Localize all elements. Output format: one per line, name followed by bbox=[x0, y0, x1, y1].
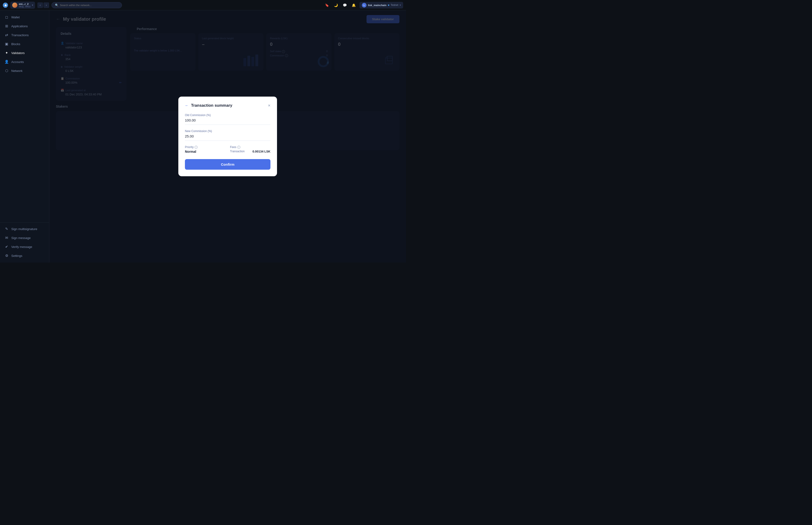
chat-icon[interactable]: 💬 bbox=[342, 2, 348, 9]
sidebar-item-applications[interactable]: ⊞ Applications bbox=[0, 21, 49, 31]
blocks-icon: ▣ bbox=[4, 42, 9, 46]
network-env: Testnet bbox=[391, 4, 398, 6]
transaction-fee-value: 0.00134 LSK bbox=[252, 150, 271, 153]
new-commission-value: 25.00 bbox=[185, 134, 271, 141]
sidebar-label-sign-message: Sign message bbox=[11, 236, 31, 240]
applications-icon: ⊞ bbox=[4, 24, 9, 28]
search-icon: 🔍 bbox=[55, 3, 59, 7]
nav-buttons: ‹ › bbox=[37, 2, 49, 8]
fees-label: Fees bbox=[230, 146, 236, 149]
modal-title: Transaction summary bbox=[191, 103, 232, 108]
sidebar-label-blocks: Blocks bbox=[11, 42, 20, 46]
modal-close-button[interactable]: × bbox=[268, 103, 271, 108]
sign-message-icon: ✉ bbox=[4, 236, 9, 240]
sign-multisig-icon: ✎ bbox=[4, 227, 9, 231]
sidebar-label-applications: Applications bbox=[11, 25, 28, 28]
sidebar-label-transactions: Transactions bbox=[11, 33, 29, 37]
sidebar-bottom: ✎ Sign multisignature ✉ Sign message ✔ V… bbox=[0, 222, 49, 260]
sidebar-label-verify-message: Verify message bbox=[11, 245, 32, 249]
modal-priority-field: Priority i Normal bbox=[185, 146, 225, 153]
sidebar-item-network[interactable]: ⬡ Network bbox=[0, 66, 49, 75]
old-commission-label: Old Commission (%) bbox=[185, 114, 271, 117]
main-content: ← My validator profile Stake validator D… bbox=[49, 10, 406, 262]
modal-old-commission-field: Old Commission (%) 100.00 bbox=[185, 114, 271, 125]
sidebar-item-settings[interactable]: ⚙ Settings bbox=[0, 251, 49, 260]
wallet-icon: ◻ bbox=[4, 15, 9, 19]
sidebar-item-wallet[interactable]: ◻ Wallet bbox=[0, 13, 49, 21]
sidebar-label-settings: Settings bbox=[11, 254, 22, 258]
sidebar-label-validators: Validators bbox=[11, 51, 25, 55]
priority-label: Priority bbox=[185, 146, 194, 149]
sidebar-item-validators[interactable]: ✦ Validators bbox=[0, 48, 49, 57]
network-switcher[interactable]: L lisk_mainchain Testnet ▾ bbox=[359, 2, 403, 9]
sidebar-label-accounts: Accounts bbox=[11, 60, 24, 64]
nav-forward-button[interactable]: › bbox=[44, 2, 49, 8]
search-bar[interactable]: 🔍 bbox=[51, 2, 122, 8]
priority-info-icon[interactable]: i bbox=[195, 146, 198, 149]
chevron-down-icon: ▾ bbox=[32, 4, 33, 6]
app-logo: ◆ bbox=[3, 3, 8, 8]
moon-icon[interactable]: 🌙 bbox=[333, 2, 339, 9]
sidebar-item-accounts[interactable]: 👤 Accounts bbox=[0, 57, 49, 66]
account-address: lsk2jj...5f422 bbox=[19, 5, 31, 8]
main-layout: ◻ Wallet ⊞ Applications ⇄ Transactions ▣… bbox=[0, 10, 406, 262]
sidebar-label-sign-multisig: Sign multisignature bbox=[11, 227, 37, 231]
sidebar-label-network: Network bbox=[11, 69, 22, 73]
account-name: eni...r_2 bbox=[19, 3, 31, 5]
sidebar-item-sign-multisig[interactable]: ✎ Sign multisignature bbox=[0, 224, 49, 234]
new-commission-label: New Commission (%) bbox=[185, 130, 271, 133]
sidebar: ◻ Wallet ⊞ Applications ⇄ Transactions ▣… bbox=[0, 10, 49, 262]
accounts-icon: 👤 bbox=[4, 60, 9, 64]
old-commission-value: 100.00 bbox=[185, 118, 271, 125]
sidebar-item-verify-message[interactable]: ✔ Verify message bbox=[0, 242, 49, 251]
transaction-summary-modal: ← Transaction summary × Old Commission (… bbox=[178, 96, 277, 176]
account-switcher[interactable]: eni...r_2 lsk2jj...5f422 ▾ bbox=[10, 2, 35, 9]
chevron-down-icon: ▾ bbox=[400, 4, 401, 6]
search-input[interactable] bbox=[60, 4, 119, 6]
verify-message-icon: ✔ bbox=[4, 245, 9, 249]
settings-icon: ⚙ bbox=[4, 254, 9, 258]
fees-info-icon[interactable]: i bbox=[237, 146, 240, 149]
sidebar-item-sign-message[interactable]: ✉ Sign message bbox=[0, 234, 49, 242]
modal-back-button[interactable]: ← bbox=[185, 103, 189, 108]
sidebar-item-transactions[interactable]: ⇄ Transactions bbox=[0, 31, 49, 40]
confirm-button[interactable]: Confirm bbox=[185, 159, 271, 170]
validators-icon: ✦ bbox=[4, 51, 9, 55]
network-name: lisk_mainchain bbox=[368, 4, 386, 6]
network-status-dot bbox=[388, 4, 389, 6]
network-avatar: L bbox=[362, 3, 367, 7]
transaction-fee-label: Transaction bbox=[230, 150, 245, 153]
sidebar-item-blocks[interactable]: ▣ Blocks bbox=[0, 40, 49, 48]
topbar-right: 🔖 🌙 💬 🔔 L lisk_mainchain Testnet ▾ bbox=[324, 2, 403, 9]
notification-icon[interactable]: 🔔 bbox=[351, 2, 357, 9]
avatar bbox=[12, 3, 17, 8]
transactions-icon: ⇄ bbox=[4, 33, 9, 37]
nav-back-button[interactable]: ‹ bbox=[37, 2, 43, 8]
modal-header: ← Transaction summary × bbox=[185, 103, 271, 108]
priority-value: Normal bbox=[185, 150, 225, 153]
bookmark-icon[interactable]: 🔖 bbox=[324, 2, 330, 9]
sidebar-label-wallet: Wallet bbox=[11, 15, 20, 19]
modal-priority-fees-row: Priority i Normal Fees i Transaction bbox=[185, 146, 271, 153]
network-icon: ⬡ bbox=[4, 69, 9, 73]
modal-fees-field: Fees i Transaction 0.00134 LSK bbox=[230, 146, 271, 153]
topbar: ◆ eni...r_2 lsk2jj...5f422 ▾ ‹ › 🔍 🔖 🌙 💬… bbox=[0, 0, 406, 10]
modal-new-commission-field: New Commission (%) 25.00 bbox=[185, 130, 271, 141]
modal-overlay: ← Transaction summary × Old Commission (… bbox=[49, 10, 406, 262]
